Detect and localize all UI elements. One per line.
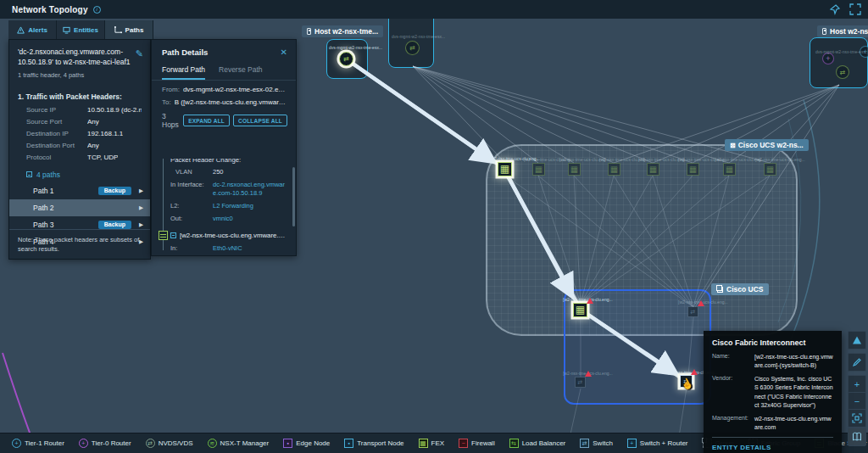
expand-all-button[interactable]: EXPAND ALL [183,115,230,126]
fex-node-1[interactable] [498,162,512,176]
edge-node-icon [283,439,292,448]
fex-node-3[interactable] [568,163,581,176]
entity-details-link[interactable]: ENTITY DETAILS [712,444,833,451]
host1-label-badge[interactable]: Host w2-nsx-tme... [302,25,383,37]
host3-label-badge[interactable]: Host w2-nsx-... [817,25,868,37]
tab-paths[interactable]: Paths [105,20,153,39]
legend-item-nvds-vds: NVDS/VDS [146,439,193,448]
host1-vds-icon[interactable] [339,52,353,66]
alerts-toggle-button[interactable] [848,331,866,350]
alert-triangle-icon [585,371,592,377]
to-row: To:B ([w2-nsx-tme-ucs-clu.eng.vmware.co.… [152,93,296,106]
legend-toggle-button[interactable] [848,428,866,446]
legend-item-tier1-router: Tier-1 Router [12,439,64,448]
load-balancer-icon [509,439,519,448]
path-row-1[interactable]: Path 1 Backup ▶ [9,182,150,199]
path-query-title: 'dc-2.nsxonaci.eng.vmware.com-10.50.18.9… [18,47,132,68]
tooltip-name-row: Name:[w2-nsx-tme-ucs-clu.eng.vmware.com]… [712,353,833,370]
nsxt-manager-icon [208,439,217,448]
fit-to-screen-button[interactable] [848,409,866,428]
fex-node-2[interactable] [532,163,545,176]
tab-entities[interactable]: Entities [57,20,105,39]
legend-item-edge-node: Edge Node [283,439,330,448]
legend-item-firewall: Firewall [459,439,495,448]
alert-triangle-icon [587,298,593,304]
edit-topology-button[interactable] [848,353,866,372]
legend-item-transport-node: Transport Node [344,439,403,448]
host1-vds-label: dvs-mgmt-w2-nsx-tme-esx... [329,45,382,50]
fex8-label: [w2-nsx-tme-ucs-clu.eng... [755,157,805,162]
path-details-title: Path Details [162,48,208,57]
nvds-vds-icon [146,439,155,448]
fex-node-6[interactable] [687,163,699,176]
fabric-group-badge[interactable]: ⊠ Cisco UCS w2-ns... [725,139,809,151]
chevron-right-icon: ▶ [139,221,143,228]
l2-link[interactable]: L2 Forwarding [213,202,287,210]
legend-item-switch-router: Switch + Router [627,439,688,448]
path-row-2[interactable]: Path 2 ▶ [9,199,150,216]
path-query-meta: 1 traffic header, 4 paths [18,71,143,79]
interface-link[interactable]: dc-2.nsxonaci.eng.vmware.com-10.50.18.9 [213,181,287,198]
fex-node-8[interactable] [764,163,776,176]
field-destination-port: Destination PortAny [9,140,150,152]
in-link[interactable]: Eth0-vNIC [213,244,287,250]
hop1-l2: L2:L2 Forwarding [152,199,292,212]
zoom-in-button[interactable]: + [848,375,866,394]
path-direction-tabs: Forward Path Reverse Path [152,62,296,81]
alerts-icon [17,26,25,34]
packet-headers-note: Note: These packet headers are subsets o… [9,229,150,260]
hop1-in-interface: In Interface:dc-2.nsxonaci.eng.vmware.co… [152,178,292,199]
field-source-ip: Source IP10.50.18.9 (dc-2.nsxonac... [9,104,150,116]
close-icon[interactable]: ✕ [281,48,287,57]
host2-vds-icon[interactable] [405,41,420,55]
backup-badge: Backup [98,187,131,195]
pencil-icon [852,357,862,367]
tier0-router-icon [79,439,88,448]
alert-triangle-icon [698,300,704,306]
host-icon [822,28,826,35]
fit-screen-icon [852,413,862,423]
tooltip-vendor-row: Vendor:Cisco Systems, Inc. cisco UCS 630… [712,375,833,410]
tab-alerts[interactable]: Alerts [8,20,57,39]
alert-triangle-icon [852,335,862,345]
scrollbar[interactable] [292,167,295,226]
fex-node-7[interactable] [723,163,736,176]
info-icon[interactable]: i [93,6,101,14]
paths-icon [114,26,122,34]
paths-panel: 'dc-2.nsxonaci.eng.vmware.com-10.50.18.9… [8,39,151,260]
tab-reverse-path[interactable]: Reverse Path [219,65,263,80]
collapse-all-button[interactable]: COLLAPSE ALL [233,115,287,126]
expand-icon[interactable] [849,3,861,15]
fex-node-4[interactable] [608,163,620,176]
pin-icon[interactable] [829,3,841,15]
legend-item-tier0-router: Tier-0 Router [79,439,131,448]
fabric-interconnect-a-node[interactable] [687,306,698,317]
chevron-right-icon: ▶ [139,187,143,194]
field-source-port: Source PortAny [9,116,150,128]
ucs-group-badge[interactable]: Cisco UCS [711,283,769,295]
blade-server-icon [159,231,168,240]
hop1-vlan: VLAN250 [152,165,292,178]
zoom-out-button[interactable]: − [848,392,866,411]
hops-list[interactable]: Packet Header Change: VLAN250 In Interfa… [152,159,292,250]
host3-node[interactable] [810,37,868,88]
hop2-title[interactable]: [w2-nsx-tme-ucs-clu.eng.vmware.com]-[... [152,226,292,243]
tooltip-management-row: Management:w2-nsx-tme-ucs-clu.eng.vmware… [712,415,833,432]
host3-router-icon[interactable] [822,53,834,64]
group-icon [717,287,723,293]
edit-pencil-icon[interactable]: ✎ [136,48,143,59]
fex-node-5[interactable] [647,163,659,176]
hops-count: 3 Hops [162,112,180,129]
paths-group-toggle[interactable]: 4 paths [9,164,150,182]
entities-icon [63,26,70,34]
top-bar: Network Topology i [0,0,868,19]
host3-vds-icon[interactable] [836,65,849,79]
chassis-fex2-node[interactable] [575,377,586,388]
chassis-fex-node[interactable] [573,303,587,317]
out-link[interactable]: vmnic0 [213,215,287,223]
fabric-group-icon: ⊠ [730,142,736,149]
legend-item-load-balancer: Load Balancer [509,439,566,448]
alert-triangle-icon [691,369,698,375]
tab-forward-path[interactable]: Forward Path [162,65,205,80]
switch-icon [580,439,589,448]
